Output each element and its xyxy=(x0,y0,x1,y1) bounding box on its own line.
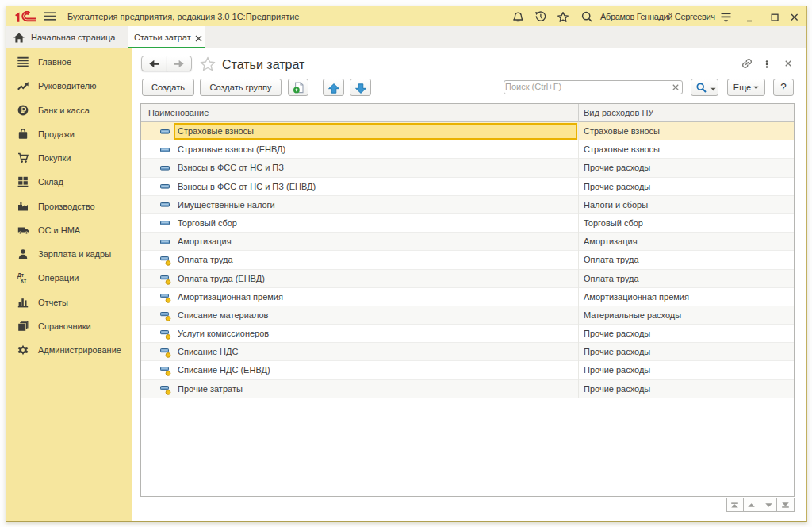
svg-text:Кт: Кт xyxy=(21,278,26,283)
